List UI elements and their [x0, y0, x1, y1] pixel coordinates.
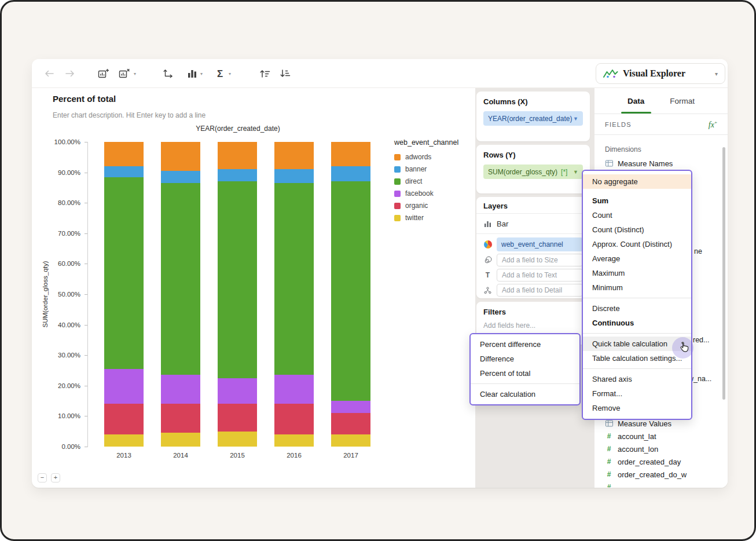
bar-segment-banner[interactable]: [104, 166, 144, 177]
bar-segment-direct[interactable]: [104, 177, 144, 369]
layer-type-row[interactable]: Bar: [483, 217, 583, 231]
x-axis-title: YEAR(order_created_date): [87, 125, 388, 133]
remove-chart-icon[interactable]: [119, 68, 130, 79]
menu-item-maximum[interactable]: Maximum: [583, 266, 691, 280]
bar-segment-facebook[interactable]: [218, 378, 257, 404]
bar-segment-adwords[interactable]: [331, 142, 370, 166]
zoom-in-button[interactable]: +: [51, 473, 60, 482]
menu-item-average[interactable]: Average: [583, 251, 691, 266]
occluded-field-fragment[interactable]: ne: [694, 247, 702, 255]
legend-item-banner[interactable]: banner: [394, 165, 475, 173]
visual-explorer-button[interactable]: Visual Explorer ▾: [596, 63, 725, 84]
legend-item-adwords[interactable]: adwords: [394, 153, 475, 161]
chart-title[interactable]: Percent of total: [53, 94, 116, 104]
layers-header: Layers: [483, 202, 583, 210]
bar-segment-direct[interactable]: [161, 183, 200, 375]
bar-segment-organic[interactable]: [331, 413, 370, 434]
menu-divider: [583, 368, 691, 369]
shelf-slot-add-a-field-to-size[interactable]: Add a field to Size: [497, 254, 583, 266]
menu-item-discrete[interactable]: Discrete: [583, 301, 691, 316]
chevron-down-icon[interactable]: ▼: [573, 169, 578, 175]
chart-type-icon[interactable]: [188, 70, 197, 78]
menu-item-format[interactable]: Format...: [583, 386, 691, 401]
menu-item-remove[interactable]: Remove: [583, 401, 691, 415]
bar-segment-direct[interactable]: [331, 181, 370, 401]
bar-segment-banner[interactable]: [218, 169, 257, 181]
bar-segment-adwords[interactable]: [218, 142, 257, 169]
bar-segment-banner[interactable]: [161, 171, 200, 183]
bar-segment-organic[interactable]: [218, 404, 257, 431]
field-order-created-do-w[interactable]: #order_created_do_w: [605, 468, 720, 481]
brand-label: Visual Explorer: [623, 68, 710, 79]
forward-icon[interactable]: [65, 70, 75, 78]
aggregate-sigma-icon[interactable]: Σ: [217, 68, 223, 78]
bar-segment-direct[interactable]: [218, 181, 257, 378]
shelf-slot-add-a-field-to-text[interactable]: Add a field to Text: [497, 269, 583, 282]
field-account-lat[interactable]: #account_lat: [605, 430, 720, 443]
bar-segment-direct[interactable]: [274, 183, 314, 375]
menu-item-clear-calculation[interactable]: Clear calculation: [471, 387, 579, 401]
menu-item-approx-count-distinct[interactable]: Approx. Count (Distinct): [583, 237, 691, 251]
chevron-down-icon[interactable]: ▾: [200, 71, 203, 76]
shelf-slot-add-a-field-to-detail[interactable]: Add a field to Detail: [497, 284, 583, 297]
tab-format[interactable]: Format: [670, 88, 695, 114]
chevron-down-icon[interactable]: ▾: [229, 71, 231, 76]
menu-item-percent-of-total[interactable]: Percent of total: [471, 366, 579, 381]
y-tick-label: 60.00%: [58, 260, 80, 267]
bar-segment-facebook[interactable]: [161, 375, 200, 404]
scrollbar[interactable]: [722, 147, 725, 400]
chevron-down-icon[interactable]: ▼: [573, 116, 578, 122]
menu-item-shared-axis[interactable]: Shared axis: [583, 372, 691, 386]
y-tick-label: 50.00%: [58, 291, 80, 298]
menu-item-no-aggregate[interactable]: No aggregate: [583, 174, 691, 189]
menu-item-count-distinct[interactable]: Count (Distinct): [583, 222, 691, 237]
menu-item-continuous[interactable]: Continuous: [583, 316, 691, 330]
bar-segment-facebook[interactable]: [274, 375, 314, 404]
sort-ascending-icon[interactable]: [259, 69, 271, 78]
columns-pill[interactable]: YEAR(order_created_date) ▼: [483, 111, 583, 126]
rows-pill[interactable]: SUM(order_gloss_qty) [*] ▼: [483, 165, 583, 179]
bar-segment-organic[interactable]: [161, 404, 200, 433]
legend-item-organic[interactable]: organic: [394, 202, 475, 210]
bar-segment-facebook[interactable]: [104, 369, 144, 404]
bar-segment-twitter[interactable]: [104, 434, 144, 447]
bar-segment-adwords[interactable]: [274, 142, 314, 169]
field-measure-names[interactable]: Measure Names: [605, 157, 717, 170]
filters-placeholder[interactable]: Add fields here...: [483, 321, 583, 330]
menu-item-percent-difference[interactable]: Percent difference: [471, 337, 579, 352]
bar-segment-adwords[interactable]: [161, 142, 200, 171]
bar-segment-banner[interactable]: [331, 166, 370, 181]
bar-segment-twitter[interactable]: [331, 434, 370, 447]
bar-segment-twitter[interactable]: [161, 433, 200, 447]
menu-item-count[interactable]: Count: [583, 208, 691, 222]
sort-descending-icon[interactable]: [280, 69, 291, 78]
tab-data[interactable]: Data: [627, 88, 644, 114]
bar-segment-organic[interactable]: [274, 404, 314, 434]
swap-axes-icon[interactable]: [163, 68, 173, 79]
x-tick-label: 2013: [104, 452, 144, 459]
legend-item-twitter[interactable]: twitter: [394, 214, 475, 222]
legend-item-direct[interactable]: direct: [394, 177, 475, 185]
occluded-field-fragment[interactable]: red...: [693, 336, 710, 344]
bar-segment-banner[interactable]: [274, 169, 314, 183]
menu-item-sum[interactable]: Sum: [583, 193, 691, 208]
chevron-down-icon[interactable]: ▾: [134, 71, 136, 76]
menu-item-minimum[interactable]: Minimum: [583, 280, 691, 295]
bar-segment-twitter[interactable]: [274, 434, 314, 447]
legend-title: web_event_channel: [394, 138, 475, 147]
zoom-out-button[interactable]: −: [38, 473, 47, 482]
field-order-created-day[interactable]: #order_created_day: [605, 455, 720, 468]
chart-description-placeholder[interactable]: Enter chart description. Hit Enter key t…: [53, 111, 205, 119]
duplicate-chart-icon[interactable]: [98, 68, 109, 79]
bar-segment-adwords[interactable]: [104, 142, 144, 166]
bar-segment-facebook[interactable]: [331, 401, 370, 413]
field-account-lon[interactable]: #account_lon: [605, 443, 720, 455]
legend-item-facebook[interactable]: facebook: [394, 189, 475, 198]
menu-item-difference[interactable]: Difference: [471, 352, 579, 366]
bar-segment-twitter[interactable]: [218, 432, 257, 447]
color-shelf-row: web_event_channel: [483, 237, 583, 252]
color-pill[interactable]: web_event_channel: [497, 237, 583, 251]
create-calculation-icon[interactable]: fx+: [709, 119, 717, 130]
back-icon[interactable]: [44, 70, 54, 78]
bar-segment-organic[interactable]: [104, 404, 144, 434]
